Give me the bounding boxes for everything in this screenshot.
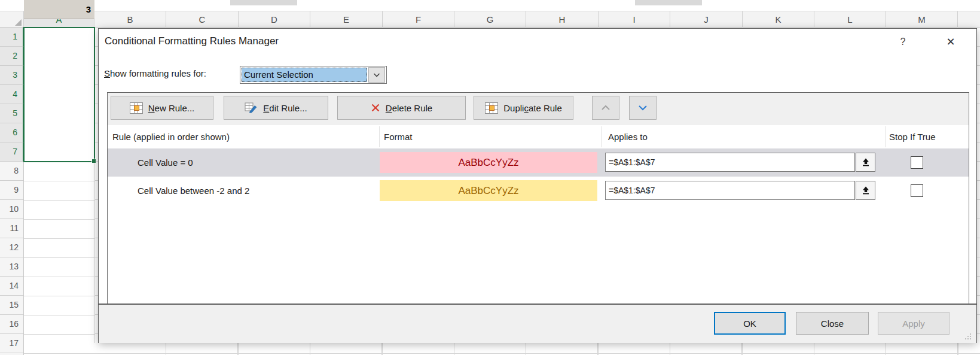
row-header-3[interactable]: 3 (0, 66, 24, 85)
dropdown-button[interactable] (368, 67, 385, 83)
column-header-f[interactable]: F (383, 11, 454, 28)
scope-dropdown-value: Current Selection (242, 68, 367, 82)
close-icon[interactable]: ✕ (941, 35, 961, 52)
column-header-e[interactable]: E (310, 11, 383, 28)
applies-to-input[interactable] (605, 153, 855, 172)
row-header-11[interactable]: 11 (0, 219, 24, 238)
column-divider (885, 126, 886, 147)
table-grid-icon (485, 102, 498, 114)
table-grid-icon (130, 102, 143, 114)
row-header-15[interactable]: 15 (0, 296, 24, 315)
column-divider (601, 126, 602, 147)
collapse-range-picker-icon (861, 186, 871, 195)
fill-handle[interactable] (91, 159, 96, 163)
row-header-13[interactable]: 13 (0, 257, 24, 277)
row-header-16[interactable]: 16 (0, 315, 24, 334)
row-header-2[interactable]: 2 (0, 47, 24, 66)
row-header-5[interactable]: 5 (0, 104, 24, 123)
chevron-up-icon (600, 104, 611, 112)
resize-grip[interactable] (964, 332, 972, 339)
rule-name: Cell Value = 0 (138, 148, 193, 177)
column-header-i[interactable]: I (599, 11, 670, 28)
format-preview: AaBbCcYyZz (380, 180, 597, 201)
move-rule-down-button[interactable] (629, 96, 657, 120)
edit-rule-button[interactable]: Edit Rule... (224, 96, 328, 120)
duplicate-rule-button[interactable]: Duplicate Rule (474, 96, 573, 120)
resize-grip-icon (964, 333, 972, 340)
delete-rule-button[interactable]: Delete Rule (337, 96, 466, 120)
move-rule-up-button[interactable] (592, 96, 619, 120)
show-rules-for-label: Show formatting rules for: (104, 68, 206, 78)
column-header-tail (958, 11, 980, 28)
edit-rule-label: Edit Rule... (263, 103, 307, 113)
formula-bar-remnant (0, 0, 980, 11)
row-header-1[interactable]: 1 (0, 28, 24, 47)
column-header-m[interactable]: M (886, 11, 958, 28)
row-header-14[interactable]: 14 (0, 277, 24, 296)
list-header-rule: Rule (applied in order shown) (112, 125, 230, 148)
row-header-10[interactable]: 10 (0, 200, 24, 219)
list-header-format: Format (384, 125, 413, 148)
column-header-d[interactable]: D (239, 11, 310, 28)
list-header-applies-to: Applies to (608, 125, 648, 148)
format-preview: AaBbCcYyZz (380, 152, 597, 173)
column-header-j[interactable]: J (670, 11, 743, 28)
selection-border-a1-a7 (23, 27, 95, 162)
column-header-g[interactable]: G (454, 11, 526, 28)
row-header-6[interactable]: 6 (0, 123, 24, 142)
column-header-k[interactable]: K (743, 11, 814, 28)
rule-row-cell-value-between[interactable]: Cell Value between -2 and 2 AaBbCcYyZz (108, 177, 969, 205)
list-header-stop-if-true: Stop If True (889, 125, 936, 148)
collapse-dialog-button[interactable] (856, 181, 875, 200)
label-rest: how formatting rules for: (110, 68, 206, 78)
row-header-4[interactable]: 4 (0, 85, 24, 104)
column-header-band: A B C D E F G H I J K L M (0, 11, 980, 28)
ok-button[interactable]: OK (714, 312, 786, 335)
scope-dropdown[interactable]: Current Selection (240, 66, 387, 84)
column-header-b[interactable]: B (94, 11, 166, 28)
chevron-down-icon (637, 104, 648, 112)
table-pencil-icon (245, 102, 258, 113)
rules-list-container: New Rule... Edit Rule... Delete Rule (107, 92, 969, 304)
apply-button[interactable]: Apply (878, 312, 950, 335)
column-header-l[interactable]: L (814, 11, 886, 28)
column-header-h[interactable]: H (526, 11, 599, 28)
collapse-range-picker-icon (861, 157, 871, 167)
cell-a7[interactable]: 3 (24, 0, 94, 19)
chevron-down-icon (372, 70, 381, 80)
help-button[interactable]: ? (894, 37, 912, 52)
conditional-formatting-rules-manager-dialog: Conditional Formatting Rules Manager ? ✕… (98, 28, 977, 343)
row-header-band: 1 2 3 4 5 6 7 8 9 10 11 12 13 14 15 16 1… (0, 28, 24, 355)
collapse-dialog-button[interactable] (856, 153, 875, 172)
rules-toolbar: New Rule... Edit Rule... Delete Rule (108, 93, 969, 125)
row-header-7[interactable]: 7 (0, 142, 24, 162)
select-all-triangle-icon (15, 19, 22, 26)
applies-to-field-group (605, 153, 875, 172)
new-rule-label: New Rule... (148, 103, 195, 113)
column-divider (379, 126, 380, 147)
row-header-9[interactable]: 9 (0, 181, 24, 200)
ui-remnant (635, 0, 702, 5)
row-header-8[interactable]: 8 (0, 162, 24, 181)
rule-name: Cell Value between -2 and 2 (138, 177, 249, 205)
dialog-title: Conditional Formatting Rules Manager (105, 35, 279, 47)
stop-if-true-checkbox[interactable] (911, 184, 923, 197)
delete-rule-label: Delete Rule (386, 103, 432, 113)
close-button[interactable]: Close (796, 312, 869, 335)
ui-remnant (230, 0, 297, 5)
column-header-c[interactable]: C (166, 11, 239, 28)
gridlines-bottom-strip (94, 343, 980, 355)
row-header-17[interactable]: 17 (0, 334, 24, 353)
accel-letter: S (104, 68, 110, 78)
gridlines-column-a-below (24, 162, 94, 355)
red-x-icon (371, 103, 380, 113)
new-rule-button[interactable]: New Rule... (111, 96, 213, 120)
select-all-button[interactable] (0, 11, 24, 28)
dialog-footer: OK Close Apply (99, 304, 976, 343)
applies-to-field-group (605, 181, 875, 200)
applies-to-input[interactable] (605, 181, 855, 200)
row-header-12[interactable]: 12 (0, 238, 24, 257)
gridlines-right-sliver (977, 28, 980, 355)
stop-if-true-checkbox[interactable] (911, 156, 923, 169)
rule-row-cell-value-0[interactable]: Cell Value = 0 AaBbCcYyZz (108, 148, 969, 177)
